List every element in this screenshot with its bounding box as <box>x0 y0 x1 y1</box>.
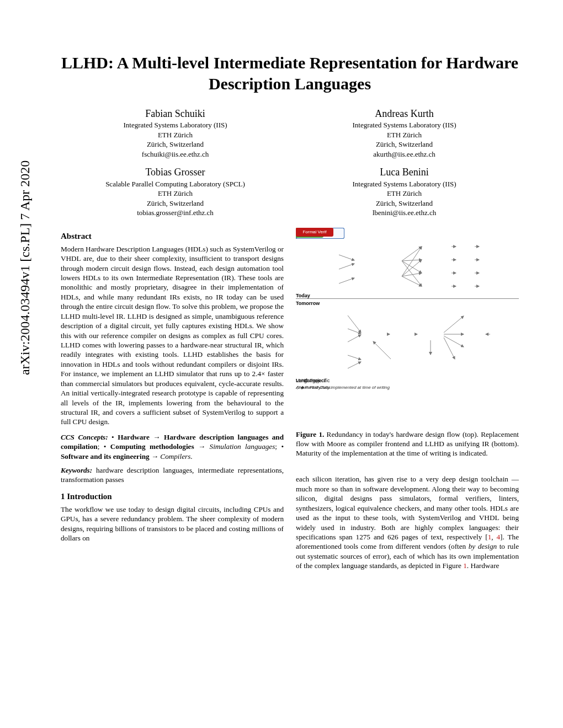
svg-line-5 <box>402 261 422 273</box>
diagram-tomorrow-label: Tomorrow <box>296 301 320 307</box>
author-affiliation: Scalable Parallel Computing Laboratory (… <box>61 179 290 189</box>
author-location: Zürich, Switzerland <box>61 199 290 208</box>
intro-text-right: each silicon iteration, has given rise t… <box>296 474 519 570</box>
svg-line-28 <box>444 316 464 333</box>
author-institution: ETH Zürich <box>61 130 290 140</box>
svg-line-22 <box>348 355 361 360</box>
svg-line-23 <box>348 362 361 368</box>
svg-line-4 <box>402 260 422 261</box>
author-institution: ETH Zürich <box>61 189 290 199</box>
svg-line-9 <box>402 273 422 276</box>
svg-line-7 <box>402 247 422 276</box>
author-email: tobias.grosser@inf.ethz.ch <box>61 208 290 218</box>
svg-line-19 <box>348 315 361 333</box>
author-name: Andreas Kurth <box>290 107 519 120</box>
svg-line-10 <box>402 276 422 286</box>
author: Fabian Schuiki Integrated Systems Labora… <box>61 107 290 159</box>
author-institution: ETH Zürich <box>290 189 519 199</box>
figure-1: Novel LanguagesSecond-Class Standard Lan… <box>296 228 519 458</box>
authors-block: Fabian Schuiki Integrated Systems Labora… <box>61 107 519 224</box>
svg-line-24 <box>373 341 391 359</box>
svg-line-1 <box>339 264 354 269</box>
keywords-text: hardware description languages, intermed… <box>61 466 284 484</box>
left-column: Abstract Modern Hardware Description Lan… <box>61 228 284 571</box>
svg-line-31 <box>444 338 455 359</box>
right-column: Novel LanguagesSecond-Class Standard Lan… <box>296 228 519 571</box>
author-location: Zürich, Switzerland <box>290 199 519 208</box>
svg-line-8 <box>402 260 422 276</box>
author-email: lbenini@iis.ee.ethz.ch <box>290 208 519 218</box>
diagram-footer: Vendor-specific <box>296 378 330 384</box>
author-name: Fabian Schuiki <box>61 107 290 120</box>
author-location: Zürich, Switzerland <box>290 140 519 149</box>
author-institution: ETH Zürich <box>290 130 519 140</box>
diagram-today-label: Today <box>296 293 310 299</box>
figure-caption: Figure 1. Redundancy in today's hardware… <box>296 430 519 458</box>
diagram-node-formal-verif: Formal Verif <box>296 228 333 237</box>
author: Andreas Kurth Integrated Systems Laborat… <box>290 107 519 159</box>
ccs-concepts: CCS Concepts: • Hardware → Hardware desc… <box>61 432 284 461</box>
svg-line-2 <box>339 278 354 283</box>
keywords: Keywords: hardware description languages… <box>61 465 284 485</box>
diagram-arrows <box>296 228 517 393</box>
svg-line-21 <box>348 335 361 342</box>
author: Tobias Grosser Scalable Parallel Computi… <box>61 165 290 217</box>
author-email: akurth@iis.ee.ethz.ch <box>290 149 519 159</box>
figure-ref-link[interactable]: 1 <box>463 561 467 570</box>
keywords-label: Keywords: <box>61 466 92 474</box>
figure-label: Figure 1. <box>296 430 324 438</box>
author-affiliation: Integrated Systems Laboratory (IIS) <box>290 179 519 189</box>
author-affiliation: Integrated Systems Laboratory (IIS) <box>290 120 519 130</box>
author-affiliation: Integrated Systems Laboratory (IIS) <box>61 120 290 130</box>
author-name: Luca Benini <box>290 165 519 179</box>
section-heading: 1 Introduction <box>61 491 284 502</box>
abstract-heading: Abstract <box>61 231 284 242</box>
intro-text-left: The workflow we use today to design digi… <box>61 505 284 543</box>
svg-line-20 <box>348 329 361 334</box>
svg-line-30 <box>444 336 464 347</box>
author-name: Tobias Grosser <box>61 165 290 179</box>
citation-link[interactable]: 1 <box>488 533 492 541</box>
author-location: Zürich, Switzerland <box>61 140 290 149</box>
svg-line-3 <box>402 247 422 261</box>
citation-link[interactable]: 4 <box>497 533 501 541</box>
svg-line-6 <box>402 261 422 286</box>
abstract-text: Modern Hardware Description Languages (H… <box>61 244 284 427</box>
author-email: fschuiki@iis.ee.ethz.ch <box>61 149 290 159</box>
figure-caption-text: Redundancy in today's hardware design fl… <box>296 430 519 457</box>
paper-title: LLHD: A Multi-level Intermediate Represe… <box>61 52 519 94</box>
author: Luca Benini Integrated Systems Laborator… <box>290 165 519 217</box>
svg-line-0 <box>339 255 354 260</box>
ccs-label: CCS Concepts: <box>61 433 108 441</box>
